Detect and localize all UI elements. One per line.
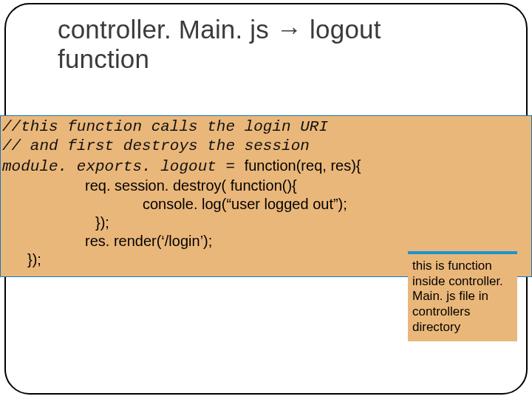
slide-title: controller. Main. js → logout function bbox=[58, 15, 471, 75]
code-module-func: function(req, res){ bbox=[245, 157, 361, 174]
code-line-close-destroy: }); bbox=[2, 214, 530, 232]
code-line-req-destroy: req. session. destroy( function(){ bbox=[2, 177, 530, 195]
code-comment-2: // and first destroys the session bbox=[2, 137, 530, 156]
code-line-module: module. exports. logout = function(req, … bbox=[2, 157, 530, 177]
code-line-console: console. log(“user logged out”); bbox=[2, 195, 530, 214]
code-comment-1: //this function calls the login URI bbox=[2, 117, 530, 137]
code-module-mono: module. exports. logout = bbox=[2, 158, 245, 175]
callout-box: this is function inside controller. Main… bbox=[408, 251, 517, 341]
code-line-res-render: res. render(‘/login’); bbox=[2, 232, 530, 250]
